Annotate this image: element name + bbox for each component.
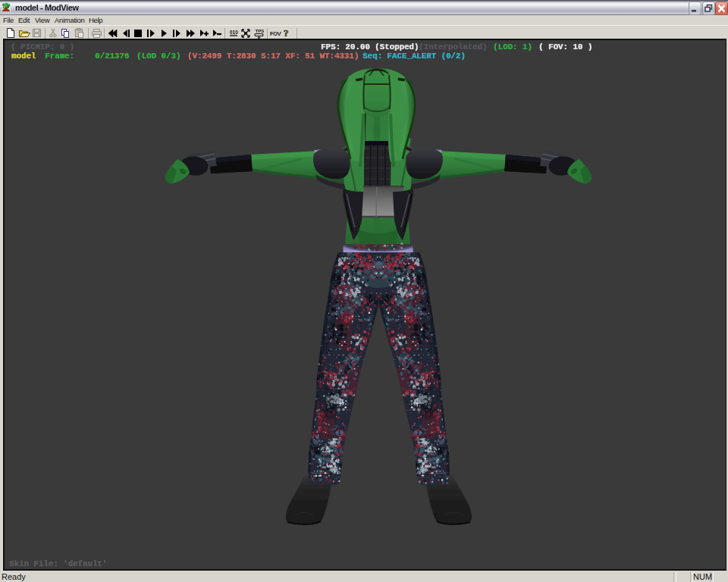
svg-text:FOV: FOV bbox=[270, 30, 281, 37]
svg-text:TPS: TPS bbox=[256, 29, 265, 33]
svg-text:010: 010 bbox=[230, 30, 238, 35]
svg-text:?: ? bbox=[284, 27, 289, 39]
